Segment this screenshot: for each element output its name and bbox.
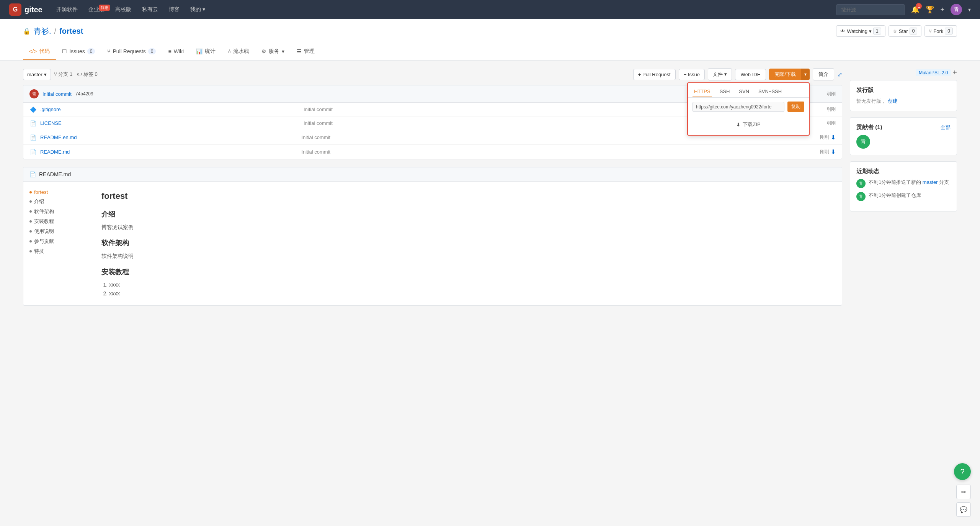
readme-arch-text: 软件架构说明 — [101, 252, 833, 260]
toc-item-tricks[interactable]: 特技 — [29, 246, 86, 256]
tab-code[interactable]: </> 代码 — [23, 43, 56, 60]
commit-time: 刚刚 — [826, 91, 836, 97]
file-row: 📄 README.md Initial commit 刚刚 ⬇ — [23, 145, 842, 159]
release-empty-text: 暂无发行版， 创建 — [856, 98, 951, 105]
star-label: Star — [899, 28, 908, 34]
readme-intro-heading: 介绍 — [101, 209, 833, 220]
file-name-gitignore[interactable]: .gitignore — [40, 107, 300, 112]
star-button[interactable]: ☆ Star 0 — [889, 25, 922, 37]
toc-item-usage[interactable]: 使用说明 — [29, 226, 86, 236]
prs-tab-label: Pull Requests — [113, 48, 145, 54]
pull-request-button[interactable]: + Pull Request — [633, 69, 676, 80]
nav-blog[interactable]: 博客 — [164, 4, 184, 15]
clone-url-input[interactable] — [693, 102, 784, 112]
license-badge: MulanPSL-2.0 — [916, 69, 951, 76]
branch-link[interactable]: master — [923, 179, 938, 185]
activity-item-create: 青 不到1分钟前创建了仓库 — [856, 192, 951, 201]
nav-university[interactable]: 高校版 — [111, 4, 136, 15]
clone-tab-svn[interactable]: SVN — [737, 86, 751, 97]
repo-name[interactable]: fortest — [59, 27, 83, 36]
tab-wiki[interactable]: ≡ Wiki — [162, 43, 190, 60]
tab-pipeline[interactable]: ⑃ 流水线 — [222, 43, 255, 60]
search-input[interactable] — [836, 4, 905, 15]
tab-services[interactable]: ⚙ 服务 ▾ — [255, 43, 291, 60]
brand-name: gitee — [24, 5, 42, 14]
avatar-dropdown[interactable]: ▾ — [968, 7, 971, 13]
activity-avatar-create: 青 — [856, 192, 866, 201]
nav-enterprise[interactable]: 企业版 特惠 — [84, 4, 109, 15]
contributors-all-link[interactable]: 全部 — [941, 124, 951, 131]
toc-item-root[interactable]: fortest — [29, 188, 86, 197]
commit-message-link[interactable]: Initial commit — [42, 91, 72, 97]
toc-item-contribute[interactable]: 参与贡献 — [29, 236, 86, 246]
activity-item-push: 青 不到1分钟前推送了新的 master 分支 — [856, 179, 951, 188]
star-icon: ☆ — [893, 28, 897, 34]
prs-tab-badge: 0 — [148, 48, 156, 54]
branch-name: master — [27, 72, 42, 77]
issue-button[interactable]: + Issue — [679, 69, 705, 80]
expand-icon[interactable]: ⤢ — [837, 71, 842, 78]
download-icon-readme[interactable]: ⬇ — [831, 148, 836, 156]
tab-prs[interactable]: ⑂ Pull Requests 0 — [101, 43, 162, 60]
manage-tab-icon: ☰ — [297, 48, 302, 54]
file-name-readme-en[interactable]: README.en.md — [40, 134, 297, 140]
points-icon[interactable]: 🏆 — [926, 5, 934, 14]
right-panel: MulanPSL-2.0 + 发行版 暂无发行版， 创建 贡献者 (1) 全部 … — [850, 68, 957, 306]
repo-owner[interactable]: 青衫. — [34, 26, 51, 36]
watch-button[interactable]: 👁 Watching ▾ 1 — [836, 25, 885, 37]
branches-count[interactable]: ⑂ 分支 1 — [54, 71, 72, 78]
repo-header: 🔒 青衫. / fortest 👁 Watching ▾ 1 ☆ Star 0 … — [0, 19, 980, 43]
download-icon-readme-en[interactable]: ⬇ — [831, 134, 836, 141]
contributor-avatar[interactable]: 青 — [856, 135, 870, 149]
tab-stats[interactable]: 📊 统计 — [190, 43, 222, 60]
readme-install-heading: 安装教程 — [101, 267, 833, 278]
file-icon-license: 📄 — [29, 120, 36, 126]
clone-button[interactable]: 克隆/下载 — [769, 69, 801, 80]
jianjie-button[interactable]: 简介 — [813, 68, 834, 80]
nav-opensource[interactable]: 开源软件 — [52, 4, 82, 15]
issues-tab-label: Issues — [69, 48, 85, 54]
readme-body: fortest 介绍 软件架构 安装教程 — [23, 182, 842, 305]
clone-tab-https[interactable]: HTTPS — [693, 86, 712, 97]
star-count: 0 — [910, 28, 918, 34]
file-name-license[interactable]: LICENSE — [40, 120, 300, 126]
readme-header: 📄 README.md — [23, 167, 842, 182]
special-badge: 特惠 — [99, 5, 110, 11]
nav-private[interactable]: 私有云 — [137, 4, 163, 15]
toc-item-intro[interactable]: 介绍 — [29, 197, 86, 206]
clone-dropdown-toggle[interactable]: ▾ — [801, 69, 810, 80]
services-tab-icon: ⚙ — [261, 48, 266, 54]
file-name-readme[interactable]: README.md — [40, 149, 297, 155]
lock-icon: 🔒 — [23, 28, 31, 35]
user-avatar[interactable]: 青 — [951, 4, 962, 15]
plus-button[interactable]: + — [940, 6, 944, 14]
plus-icon[interactable]: + — [952, 68, 957, 77]
notification-bell[interactable]: 🔔 1 — [911, 5, 920, 14]
create-release-link[interactable]: 创建 — [888, 98, 898, 104]
file-button[interactable]: 文件 ▾ — [708, 68, 732, 80]
nav-mine[interactable]: 我的 ▾ — [186, 4, 210, 15]
tags-count[interactable]: 🏷 标签 0 — [77, 71, 97, 78]
file-commit-readme: Initial commit — [301, 149, 816, 155]
clone-btn-group: 克隆/下载 ▾ — [769, 69, 810, 80]
toc-item-arch[interactable]: 软件架构 — [29, 206, 86, 216]
download-zip-row: ⬇ 下载ZIP — [688, 116, 809, 135]
readme-content: fortest 介绍 博客测试案例 软件架构 软件架构说明 安装教程 xxxx … — [92, 182, 842, 305]
download-zip-button[interactable]: ⬇ 下载ZIP — [732, 119, 765, 130]
wiki-tab-label: Wiki — [174, 48, 184, 54]
clone-tab-svnplusssh[interactable]: SVN+SSH — [757, 86, 783, 97]
tab-issues[interactable]: ☐ Issues 0 — [56, 43, 101, 60]
branch-info: ⑂ 分支 1 🏷 标签 0 — [54, 71, 98, 78]
logo[interactable]: G gitee — [9, 3, 42, 16]
clone-tab-ssh[interactable]: SSH — [718, 86, 732, 97]
main-content: master ▾ ⑂ 分支 1 🏷 标签 0 + Pull Request + … — [0, 61, 980, 313]
web-ide-button[interactable]: Web IDE — [735, 69, 766, 80]
code-tab-icon: </> — [29, 48, 37, 54]
readme-arch-heading: 软件架构 — [101, 238, 833, 249]
tab-manage[interactable]: ☰ 管理 — [291, 43, 321, 60]
branch-selector[interactable]: master ▾ — [23, 69, 51, 80]
toc-item-install[interactable]: 安装教程 — [29, 216, 86, 226]
copy-url-button[interactable]: 复制 — [787, 102, 804, 112]
activity-section: 近期动态 青 不到1分钟前推送了新的 master 分支 青 不到1分钟前创建了… — [850, 161, 957, 211]
fork-button[interactable]: ⑂ Fork 0 — [924, 25, 957, 37]
